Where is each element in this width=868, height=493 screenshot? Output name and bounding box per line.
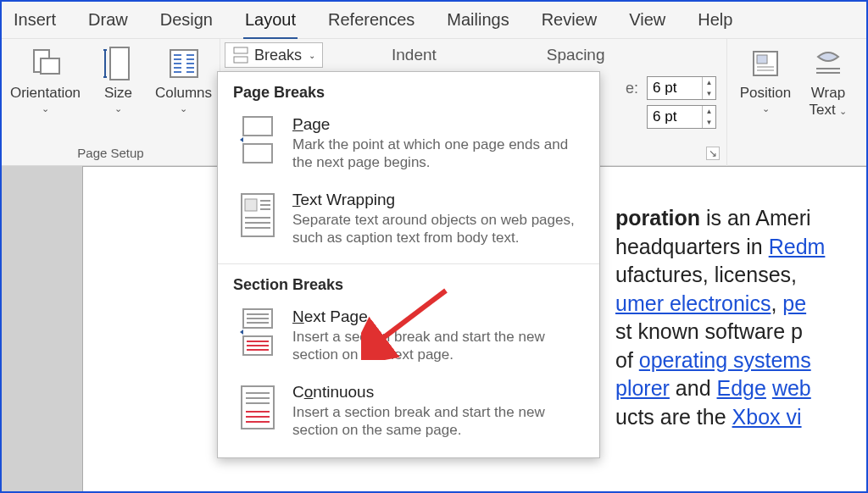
columns-button[interactable]: Columns ⌄	[150, 42, 218, 136]
doc-link[interactable]: web	[772, 376, 811, 400]
break-next-page-desc: Insert a section break and start the new…	[292, 328, 584, 364]
continuous-section-icon	[236, 383, 279, 432]
svg-rect-2	[110, 47, 129, 80]
next-page-section-icon	[236, 307, 279, 357]
doc-link[interactable]: Redm	[769, 235, 826, 258]
chevron-down-icon: ⌄	[180, 103, 187, 114]
svg-rect-28	[245, 199, 257, 211]
breaks-dropdown: Page Breaks Page Mark the point at which…	[217, 71, 600, 458]
doc-text: ,	[771, 291, 782, 315]
doc-text: of	[615, 348, 639, 372]
spacing-heading: Spacing	[547, 46, 605, 64]
doc-text: poration	[615, 206, 700, 230]
spacing-before-value: 6 pt	[653, 80, 676, 97]
ribbon-tabs: Insert Draw Design Layout References Mai…	[2, 2, 866, 39]
paragraph-dialog-launcher[interactable]: ↘	[706, 147, 720, 160]
breaks-icon	[232, 47, 249, 64]
tab-insert[interactable]: Insert	[12, 7, 58, 37]
break-text-wrapping-desc: Separate text around objects on web page…	[292, 211, 584, 247]
chevron-down-icon: ⌄	[42, 103, 49, 114]
position-button[interactable]: Position ⌄	[732, 42, 798, 136]
svg-rect-23	[234, 47, 248, 53]
break-page-desc: Mark the point at which one page ends an…	[292, 136, 584, 172]
spacing-before-label: e:	[626, 80, 638, 97]
page-break-icon	[236, 115, 279, 164]
section-breaks-heading: Section Breaks	[233, 276, 599, 294]
chevron-down-icon: ⌄	[762, 103, 770, 114]
tab-references[interactable]: References	[326, 7, 416, 37]
break-continuous-desc: Insert a section break and start the new…	[292, 403, 584, 440]
group-page-setup: Orientation ⌄ Size ⌄ Columns ⌄ Page Setu…	[2, 39, 220, 165]
tab-layout[interactable]: Layout	[243, 7, 298, 40]
spinner-up-icon[interactable]: ▲	[703, 77, 715, 88]
wrap-text-icon	[810, 46, 846, 81]
chevron-down-icon: ⌄	[309, 51, 315, 60]
orientation-icon	[28, 46, 64, 81]
tab-view[interactable]: View	[627, 7, 667, 37]
doc-link[interactable]: pe	[782, 291, 806, 315]
doc-link[interactable]: plorer	[615, 376, 670, 400]
tab-help[interactable]: Help	[696, 7, 734, 37]
svg-rect-18	[757, 55, 767, 64]
orientation-label: Orientation	[10, 85, 81, 102]
tab-mailings[interactable]: Mailings	[445, 7, 510, 37]
columns-label: Columns	[155, 85, 212, 102]
doc-text: st known software p	[615, 319, 803, 343]
doc-link[interactable]: Edge	[717, 376, 766, 400]
svg-rect-25	[243, 117, 272, 136]
wrap-text-label-1: Wrap	[811, 85, 845, 102]
group-caption-page-setup: Page Setup	[7, 146, 214, 163]
doc-text: ufactures, licenses,	[615, 263, 797, 286]
tab-review[interactable]: Review	[540, 7, 599, 37]
breaks-button[interactable]: Breaks ⌄	[225, 42, 323, 68]
spinner-up-icon[interactable]: ▲	[703, 106, 715, 117]
svg-rect-26	[243, 144, 272, 163]
break-page-item[interactable]: Page Mark the point at which one page en…	[218, 107, 599, 182]
wrap-text-label-2: Text	[810, 102, 836, 118]
size-label: Size	[104, 85, 132, 102]
doc-text: is an Ameri	[700, 206, 811, 230]
doc-link[interactable]: umer electronics	[615, 291, 771, 315]
break-text-wrapping-item[interactable]: Text Wrapping Separate text around objec…	[218, 182, 599, 258]
spinner-down-icon[interactable]: ▼	[703, 88, 715, 99]
doc-link[interactable]: operating systems	[639, 348, 811, 372]
indent-heading: Indent	[392, 46, 437, 64]
doc-text: ucts are the	[615, 405, 732, 429]
position-label: Position	[740, 85, 791, 102]
tab-design[interactable]: Design	[159, 7, 214, 37]
size-button[interactable]: Size ⌄	[92, 42, 145, 136]
group-arrange: Position ⌄ Wrap Text ⌄	[726, 39, 866, 166]
size-icon	[101, 46, 136, 81]
svg-rect-1	[41, 58, 59, 74]
doc-text: headquarters in	[615, 235, 769, 258]
doc-text	[766, 376, 772, 400]
spinner-down-icon[interactable]: ▼	[703, 117, 715, 128]
page-breaks-heading: Page Breaks	[233, 84, 599, 102]
doc-text: and	[670, 376, 717, 400]
wrap-text-button[interactable]: Wrap Text ⌄	[798, 42, 858, 136]
tab-draw[interactable]: Draw	[86, 7, 130, 37]
chevron-down-icon: ⌄	[114, 103, 122, 114]
doc-link[interactable]: Xbox vi	[732, 405, 802, 429]
spacing-before-input[interactable]: 6 pt ▲▼	[647, 76, 716, 100]
text-wrapping-break-icon	[236, 191, 279, 240]
position-icon	[748, 46, 783, 81]
spacing-after-value: 6 pt	[653, 108, 676, 125]
orientation-button[interactable]: Orientation ⌄	[4, 42, 87, 136]
columns-icon	[166, 46, 202, 81]
breaks-label: Breaks	[254, 47, 302, 64]
break-next-page-item[interactable]: Next Page Insert a section break and sta…	[218, 299, 599, 374]
svg-rect-24	[234, 57, 248, 63]
spacing-after-input[interactable]: 6 pt ▲▼	[647, 105, 716, 129]
break-continuous-item[interactable]: Continuous Insert a section break and st…	[218, 374, 599, 450]
chevron-down-icon: ⌄	[839, 106, 847, 116]
